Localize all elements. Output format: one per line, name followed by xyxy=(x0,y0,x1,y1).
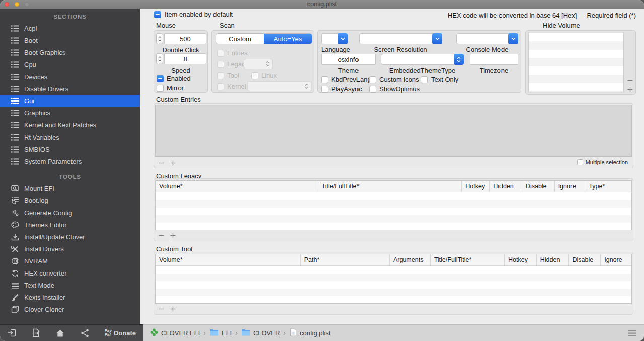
custom-legacy-table[interactable]: Volume* Title/FullTitle* Hotkey Hidden D… xyxy=(155,180,632,230)
console-mode-combo[interactable] xyxy=(456,33,518,44)
scan-linux-checkbox[interactable] xyxy=(251,72,258,79)
custom-legacy-remove-button[interactable] xyxy=(158,232,164,238)
custom-tool-table[interactable]: Volume* Path* Arguments Title/FullTitle*… xyxy=(155,254,632,304)
sidebar-item-install-drivers[interactable]: Install Drivers xyxy=(0,243,140,255)
custom-entries-buttons xyxy=(158,160,176,166)
custom-tool-buttons xyxy=(158,306,176,312)
hide-volume-add-button[interactable] xyxy=(627,86,633,92)
column-header: Ignore xyxy=(554,181,585,192)
sidebar-item-acpi[interactable]: Acpi xyxy=(0,22,140,34)
breadcrumb-item-volume[interactable]: CLOVER EFI xyxy=(150,328,200,338)
home-button[interactable] xyxy=(55,329,65,337)
custom-entries-add-button[interactable] xyxy=(170,160,176,166)
breadcrumb-item-efi[interactable]: EFI xyxy=(209,329,232,337)
menu-icon[interactable] xyxy=(628,330,637,338)
sidebar-item-boot-log[interactable]: Boot.log xyxy=(0,194,140,207)
sidebar-item-clover-cloner[interactable]: Clover Cloner xyxy=(0,303,140,315)
sidebar-item-boot-graphics[interactable]: Boot Graphics xyxy=(0,46,140,58)
sidebar-item-label: Themes Editor xyxy=(24,221,67,229)
scan-tool-label: Tool xyxy=(227,72,239,79)
sidebar-item-generate-config[interactable]: Generate Config xyxy=(0,207,140,219)
share-button[interactable] xyxy=(81,329,90,337)
sidebar-item-kernel-and-kext-patches[interactable]: Kernel and Kext Patches xyxy=(0,119,140,131)
scan-tool-checkbox[interactable] xyxy=(217,72,224,79)
screen-resolution-combo[interactable] xyxy=(359,33,442,44)
embedded-theme-type-popup[interactable] xyxy=(381,54,464,65)
double-click-stepper[interactable] xyxy=(156,33,163,44)
hide-volume-list[interactable] xyxy=(528,33,624,92)
donate-label: Donate xyxy=(114,329,136,337)
scan-legacy-popup[interactable] xyxy=(244,59,273,69)
custom-icons-label: Custom Icons xyxy=(379,76,419,83)
scan-group: Custom Auto=Yes Entries Legacy Tool Linu… xyxy=(211,30,314,93)
timezone-field[interactable] xyxy=(470,54,518,65)
kbdprevlang-checkbox[interactable] xyxy=(321,76,328,83)
sidebar-item-gui[interactable]: Gui xyxy=(0,95,140,107)
sidebar-item-themes-editor[interactable]: Themes Editor xyxy=(0,219,140,231)
showoptimus-checkbox[interactable] xyxy=(369,86,376,93)
breadcrumb-item-config-plist[interactable]: config.plist xyxy=(290,328,330,338)
item-enabled-checkbox[interactable] xyxy=(154,11,161,18)
speed-stepper[interactable] xyxy=(156,53,163,64)
text-only-checkbox[interactable] xyxy=(421,76,428,83)
custom-tool-remove-button[interactable] xyxy=(158,306,164,312)
breadcrumb-label: EFI xyxy=(222,329,232,337)
list-icon xyxy=(11,49,20,56)
donate-button[interactable]: Pay Pal Donate xyxy=(105,329,136,337)
sidebar-item-nvram[interactable]: NVRAM xyxy=(0,255,140,267)
sidebar-item-smbios[interactable]: SMBIOS xyxy=(0,143,140,155)
scan-legacy-checkbox[interactable] xyxy=(217,61,224,68)
sidebar-item-install-update-clover[interactable]: Install/Update Clover xyxy=(0,231,140,243)
playasync-label: PlayAsync xyxy=(331,85,362,93)
paypal-logo: Pay Pal xyxy=(105,329,112,337)
theme-field[interactable]: osxinfo xyxy=(321,54,376,65)
sidebar-item-label: Acpi xyxy=(24,25,37,32)
sidebar-item-disable-drivers[interactable]: Disable Drivers xyxy=(0,83,140,95)
scan-kernel-popup[interactable] xyxy=(247,81,312,91)
sidebar-scrollbar[interactable] xyxy=(140,9,143,324)
list-icon xyxy=(11,73,20,81)
scan-entries-checkbox[interactable] xyxy=(217,50,224,57)
custom-legacy-add-button[interactable] xyxy=(170,232,176,238)
column-header: Disable xyxy=(568,254,601,265)
speed-field[interactable]: 8 xyxy=(164,53,206,64)
sidebar-item-text-mode[interactable]: Text Mode xyxy=(0,279,140,291)
multiple-selection-checkbox[interactable] xyxy=(577,159,583,165)
import-config-button[interactable] xyxy=(7,328,17,337)
column-header: Type* xyxy=(585,181,631,192)
custom-icons-checkbox[interactable] xyxy=(369,76,376,83)
sidebar-item-label: Devices xyxy=(24,73,47,81)
custom-entries-remove-button[interactable] xyxy=(158,160,164,166)
column-header: Title/FullTitle* xyxy=(430,254,504,265)
sidebar-item-label: Disable Drivers xyxy=(24,85,68,93)
scan-segmented-control: Custom Auto=Yes xyxy=(216,33,312,44)
mouse-mirror-checkbox[interactable] xyxy=(157,85,164,92)
sidebar-item-kexts-installer[interactable]: Kexts Installer xyxy=(0,291,140,303)
sidebar-item-boot[interactable]: Boot xyxy=(0,34,140,46)
sidebar-item-label: Clover Cloner xyxy=(24,306,64,313)
sidebar-item-cpu[interactable]: Cpu xyxy=(0,58,140,71)
hide-volume-remove-button[interactable] xyxy=(627,77,633,83)
custom-legacy-header: Volume* Title/FullTitle* Hotkey Hidden D… xyxy=(156,181,631,192)
scan-segment-auto[interactable]: Auto=Yes xyxy=(264,34,312,44)
breadcrumb-item-clover[interactable]: CLOVER xyxy=(241,329,280,337)
scan-kernel-checkbox[interactable] xyxy=(217,83,224,90)
export-config-button[interactable] xyxy=(32,328,40,337)
double-click-field[interactable]: 500 xyxy=(164,33,206,44)
sidebar-item-hex-converter[interactable]: HEX converter xyxy=(0,267,140,279)
sidebar-item-rt-variables[interactable]: Rt Variables xyxy=(0,131,140,143)
sidebar-item-mount-efi[interactable]: Mount EFI xyxy=(0,182,140,194)
mouse-enabled-checkbox[interactable] xyxy=(157,75,164,82)
chevron-up-down-icon xyxy=(302,81,312,91)
chip-icon xyxy=(11,257,20,265)
custom-entries-well[interactable] xyxy=(155,105,632,157)
breadcrumb-separator: › xyxy=(203,329,206,337)
sidebar-item-devices[interactable]: Devices xyxy=(0,71,140,83)
scan-segment-custom[interactable]: Custom xyxy=(216,34,264,44)
sidebar-item-graphics[interactable]: Graphics xyxy=(0,107,140,119)
custom-tool-add-button[interactable] xyxy=(170,306,176,312)
sidebar-item-system-parameters[interactable]: System Parameters xyxy=(0,155,140,167)
language-combo[interactable] xyxy=(321,33,348,44)
text-lines-icon xyxy=(11,282,20,289)
playasync-checkbox[interactable] xyxy=(321,86,328,93)
